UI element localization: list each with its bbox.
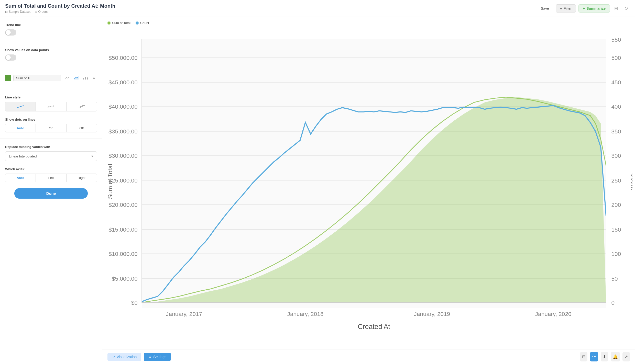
summarize-button[interactable]: + Summarize <box>578 4 610 13</box>
page-title: Sum of Total and Count by Created At: Mo… <box>5 3 115 9</box>
expand-icon: ↗ <box>625 355 628 359</box>
show-values-section: Show values on data points <box>5 48 97 61</box>
table-icon-small: ⊟ <box>5 10 8 14</box>
main-body: Trend line Show values on data points <box>0 17 635 364</box>
done-button[interactable]: Done <box>14 188 88 199</box>
show-dots-off[interactable]: Off <box>67 124 97 132</box>
chart-legend: Sum of Total Count <box>102 17 635 27</box>
axis-group: Auto Left Right <box>5 174 97 182</box>
axis-right[interactable]: Right <box>67 174 97 182</box>
download-icon: ⬇ <box>603 355 606 359</box>
svg-text:150: 150 <box>611 226 621 233</box>
trend-line-section: Trend line <box>5 23 97 36</box>
svg-rect-2 <box>85 77 86 79</box>
plus-icon: + <box>583 6 585 10</box>
header-meta: ⊟ Sample Dataset ⊞ Orders <box>5 10 115 14</box>
missing-values-dropdown[interactable]: Linear Interpolated ▾ <box>5 151 97 161</box>
legend-sum-total: Sum of Total <box>107 21 130 25</box>
chart-container: $0 $5,000.00 $10,000.00 $15,000.00 $20,0… <box>102 27 635 349</box>
svg-text:$20,000.00: $20,000.00 <box>108 201 137 208</box>
grid-icon-small: ⊞ <box>35 10 37 14</box>
missing-values-label: Replace missing values with <box>5 145 97 149</box>
settings-tab[interactable]: ⚙ Settings <box>144 353 171 361</box>
show-dots-on[interactable]: On <box>36 124 66 132</box>
line-chart-button[interactable]: 〜 <box>590 352 598 361</box>
svg-text:250: 250 <box>611 177 621 184</box>
header-right: Save ≡ Filter + Summarize ⊟ ↻ <box>537 4 630 13</box>
series-name: Sum of Ti <box>13 75 61 81</box>
trend-line-toggle[interactable] <box>5 29 16 36</box>
series-bar-icon[interactable] <box>82 75 89 81</box>
refresh-button[interactable]: ↻ <box>622 4 630 13</box>
svg-text:Created At: Created At <box>358 323 390 331</box>
missing-values-value: Linear Interpolated <box>9 154 37 158</box>
svg-text:January, 2020: January, 2020 <box>535 311 572 317</box>
svg-text:$40,000.00: $40,000.00 <box>108 103 137 110</box>
left-panel: Trend line Show values on data points <box>0 17 102 364</box>
svg-text:$35,000.00: $35,000.00 <box>108 128 137 135</box>
svg-text:$30,000.00: $30,000.00 <box>108 152 137 159</box>
axis-auto[interactable]: Auto <box>5 174 36 182</box>
line-style-section: Line style <box>5 95 97 111</box>
chart-svg: $0 $5,000.00 $10,000.00 $15,000.00 $20,0… <box>105 27 632 347</box>
axis-left[interactable]: Left <box>36 174 66 182</box>
svg-text:450: 450 <box>611 79 621 86</box>
settings-icon: ⚙ <box>148 355 152 359</box>
line-style-group <box>5 102 97 111</box>
svg-rect-1 <box>83 78 84 79</box>
svg-rect-3 <box>87 77 88 79</box>
which-axis-section: Which axis? Auto Left Right <box>5 167 97 182</box>
svg-text:500: 500 <box>611 54 621 61</box>
missing-values-section: Replace missing values with Linear Inter… <box>5 145 97 161</box>
sort-button[interactable]: ⊟ <box>612 4 620 13</box>
trend-line-track[interactable] <box>5 29 16 36</box>
svg-text:Count: Count <box>630 173 632 190</box>
header-left: Sum of Total and Count by Created At: Mo… <box>5 3 115 14</box>
series-area-icon[interactable] <box>72 75 80 81</box>
bell-button[interactable]: 🔔 <box>611 352 620 361</box>
which-axis-label: Which axis? <box>5 167 97 171</box>
svg-text:0: 0 <box>611 299 615 306</box>
line-style-curved[interactable] <box>36 102 66 111</box>
svg-text:$50,000.00: $50,000.00 <box>108 54 137 61</box>
line-style-stepped[interactable] <box>67 102 97 111</box>
header: Sum of Total and Count by Created At: Mo… <box>0 0 635 17</box>
viz-icon: ↗ <box>112 355 115 359</box>
series-color-swatch[interactable] <box>5 75 11 81</box>
svg-text:$10,000.00: $10,000.00 <box>108 251 137 257</box>
legend-dot-blue <box>136 21 139 25</box>
visualization-tab[interactable]: ↗ Visualization <box>107 353 141 361</box>
download-button[interactable]: ⬇ <box>601 352 608 361</box>
svg-text:January, 2019: January, 2019 <box>414 311 450 317</box>
save-button[interactable]: Save <box>537 5 553 12</box>
divider-1 <box>0 42 102 42</box>
svg-text:January, 2017: January, 2017 <box>166 311 202 317</box>
show-values-track[interactable] <box>5 54 16 61</box>
svg-text:550: 550 <box>611 36 621 43</box>
series-trend-icon[interactable] <box>63 75 71 81</box>
show-dots-auto[interactable]: Auto <box>5 124 36 132</box>
series-row: Sum of Ti <box>5 73 97 83</box>
svg-text:200: 200 <box>611 201 621 208</box>
line-chart-icon: 〜 <box>592 354 596 359</box>
chevron-down-icon: ▾ <box>91 154 93 158</box>
filter-button[interactable]: ≡ Filter <box>556 4 576 13</box>
divider-3 <box>0 89 102 89</box>
show-values-label: Show values on data points <box>5 48 97 52</box>
chart-footer: ↗ Visualization ⚙ Settings ⊟ 〜 <box>102 349 635 364</box>
svg-text:50: 50 <box>611 275 618 282</box>
svg-text:300: 300 <box>611 152 621 159</box>
table-view-button[interactable]: ⊟ <box>580 352 587 361</box>
show-dots-group: Auto On Off <box>5 124 97 132</box>
expand-button[interactable]: ↗ <box>622 352 630 361</box>
legend-count-label: Count <box>140 21 149 25</box>
show-values-toggle[interactable] <box>5 54 16 61</box>
svg-text:$15,000.00: $15,000.00 <box>108 226 137 233</box>
line-style-straight[interactable] <box>5 102 36 111</box>
series-expand-icon[interactable]: ▲ <box>91 75 97 81</box>
dataset-meta: ⊟ Sample Dataset <box>5 10 30 14</box>
svg-text:January, 2018: January, 2018 <box>287 311 324 317</box>
legend-count: Count <box>136 21 149 25</box>
table-meta: ⊞ Orders <box>35 10 48 14</box>
footer-right: ⊟ 〜 ⬇ 🔔 ↗ <box>580 352 630 361</box>
